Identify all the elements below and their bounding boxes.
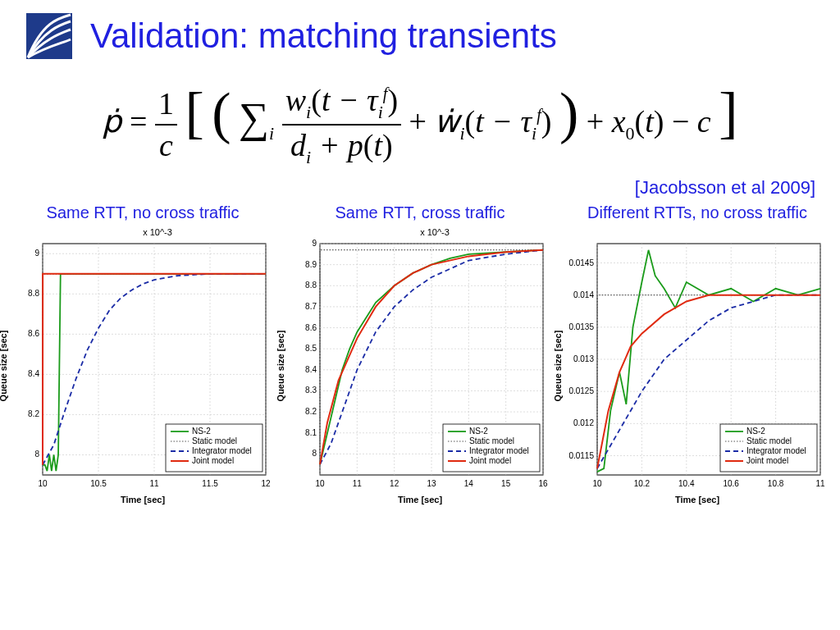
svg-text:8.2: 8.2 bbox=[305, 408, 317, 417]
svg-text:0.0115: 0.0115 bbox=[568, 451, 594, 460]
svg-text:Joint model: Joint model bbox=[469, 456, 511, 465]
chart-3-plot: 1010.210.410.610.8110.01150.0120.01250.0… bbox=[563, 239, 825, 493]
svg-text:0.0125: 0.0125 bbox=[568, 387, 594, 396]
svg-text:10.8: 10.8 bbox=[768, 479, 784, 488]
svg-text:8.2: 8.2 bbox=[28, 410, 39, 419]
svg-text:8.8: 8.8 bbox=[305, 281, 317, 290]
chart-3-ylabel: Queue size [sec] bbox=[553, 331, 563, 402]
chart-2-xlabel: Time [sec] bbox=[398, 495, 442, 504]
svg-text:11: 11 bbox=[353, 479, 363, 488]
svg-text:16: 16 bbox=[538, 479, 548, 488]
svg-text:8: 8 bbox=[34, 450, 39, 459]
svg-text:10.5: 10.5 bbox=[90, 479, 107, 488]
svg-text:11: 11 bbox=[815, 479, 825, 488]
svg-text:11: 11 bbox=[149, 479, 159, 488]
chart-2-exponent: x 10^-3 bbox=[390, 227, 450, 239]
chart-1-caption: Same RTT, no cross traffic bbox=[47, 203, 240, 222]
svg-text:8.6: 8.6 bbox=[28, 330, 39, 339]
svg-text:0.0135: 0.0135 bbox=[568, 322, 594, 331]
svg-text:Integrator model: Integrator model bbox=[469, 446, 529, 455]
chart-2-ylabel: Queue size [sec] bbox=[276, 331, 285, 402]
citation: [Jacobsson et al 2009] bbox=[0, 177, 840, 199]
svg-text:12: 12 bbox=[261, 479, 271, 488]
svg-text:13: 13 bbox=[427, 479, 436, 488]
svg-text:8.4: 8.4 bbox=[28, 370, 39, 379]
svg-text:0.0145: 0.0145 bbox=[568, 258, 594, 267]
main-equation: ṗ = 1c [ ( ∑i wi(t − τif) di + p(t) + ẇi… bbox=[0, 75, 840, 169]
svg-text:8.8: 8.8 bbox=[28, 290, 39, 299]
svg-text:NS-2: NS-2 bbox=[746, 427, 765, 436]
svg-text:8.3: 8.3 bbox=[305, 386, 317, 395]
svg-text:8.6: 8.6 bbox=[305, 323, 317, 332]
svg-text:Static model: Static model bbox=[192, 436, 237, 445]
title-row: Validation: matching transients bbox=[0, 0, 840, 61]
chart-2: Same RTT, cross traffic x 10^-3 Queue si… bbox=[284, 203, 556, 504]
chart-1-plot: 1010.51111.51288.28.48.68.89NS-2Static m… bbox=[8, 239, 271, 493]
svg-text:Joint model: Joint model bbox=[192, 456, 234, 465]
chart-3: Different RTTs, no cross traffic Queue s… bbox=[561, 203, 833, 504]
svg-text:9: 9 bbox=[312, 239, 317, 248]
chart-1-ylabel: Queue size [sec] bbox=[0, 331, 8, 402]
svg-text:8.5: 8.5 bbox=[305, 345, 317, 354]
svg-text:0.012: 0.012 bbox=[573, 419, 594, 428]
charts-row: Same RTT, no cross traffic x 10^-3 Queue… bbox=[0, 199, 840, 504]
svg-text:14: 14 bbox=[464, 479, 474, 488]
svg-text:10: 10 bbox=[592, 479, 602, 488]
svg-text:8: 8 bbox=[312, 450, 317, 459]
chart-3-caption: Different RTTs, no cross traffic bbox=[587, 203, 807, 222]
svg-text:8.1: 8.1 bbox=[305, 428, 317, 437]
chart-3-exponent bbox=[681, 227, 713, 239]
svg-text:10.2: 10.2 bbox=[634, 479, 651, 488]
logo-icon bbox=[25, 11, 74, 61]
svg-text:Static model: Static model bbox=[746, 436, 792, 445]
svg-text:10.4: 10.4 bbox=[678, 479, 695, 488]
svg-text:Joint model: Joint model bbox=[746, 456, 788, 465]
svg-text:8.9: 8.9 bbox=[305, 260, 317, 269]
svg-text:NS-2: NS-2 bbox=[192, 427, 211, 436]
svg-text:Integrator model: Integrator model bbox=[192, 446, 252, 455]
svg-text:NS-2: NS-2 bbox=[469, 427, 488, 436]
svg-text:8.4: 8.4 bbox=[305, 365, 317, 374]
chart-3-xlabel: Time [sec] bbox=[675, 495, 719, 504]
svg-text:Static model: Static model bbox=[469, 436, 514, 445]
chart-2-plot: 1011121314151688.18.28.38.48.58.68.78.88… bbox=[285, 239, 548, 493]
svg-text:15: 15 bbox=[501, 479, 511, 488]
svg-text:Integrator model: Integrator model bbox=[746, 446, 806, 455]
svg-text:11.5: 11.5 bbox=[202, 479, 218, 488]
svg-text:8.7: 8.7 bbox=[305, 302, 317, 311]
chart-1-xlabel: Time [sec] bbox=[121, 495, 165, 504]
page-title: Validation: matching transients bbox=[90, 16, 557, 56]
svg-text:0.014: 0.014 bbox=[573, 290, 594, 299]
svg-text:10: 10 bbox=[315, 479, 325, 488]
chart-1-exponent: x 10^-3 bbox=[113, 227, 172, 239]
svg-text:10: 10 bbox=[38, 479, 48, 488]
svg-text:10.6: 10.6 bbox=[723, 479, 739, 488]
svg-text:0.013: 0.013 bbox=[573, 354, 594, 363]
svg-text:12: 12 bbox=[390, 479, 399, 488]
chart-1: Same RTT, no cross traffic x 10^-3 Queue… bbox=[7, 203, 279, 504]
svg-text:9: 9 bbox=[34, 249, 39, 258]
chart-2-caption: Same RTT, cross traffic bbox=[335, 203, 504, 222]
